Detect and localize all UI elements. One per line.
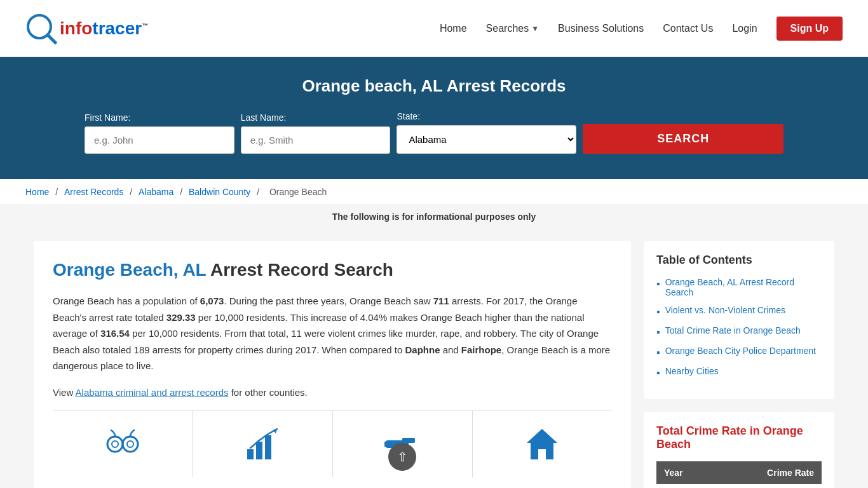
toc-list: ▪ Orange Beach, AL Arrest Record Search … [656,277,822,379]
chart-icon [242,424,283,464]
arrests-value: 711 [433,295,449,306]
state-group: State: Alabama [397,111,576,154]
breadcrumb-baldwin-county[interactable]: Baldwin County [189,187,250,197]
toc-item-4: ▪ Orange Beach City Police Department [656,346,822,358]
city2-value: Fairhope [461,344,501,355]
state-select[interactable]: Alabama [397,125,576,154]
toc-link-2[interactable]: Violent vs. Non-Violent Crimes [665,305,785,315]
icon-cell-gun: ⇧ [333,411,473,477]
crime-table-col-rate: Crime Rate [715,461,822,484]
nav-login[interactable]: Login [732,23,757,34]
nav-business-solutions[interactable]: Business Solutions [558,23,644,34]
nav-home[interactable]: Home [440,23,467,34]
breadcrumb: Home / Arrest Records / Alabama / Baldwi… [0,179,868,205]
search-button[interactable]: SEARCH [583,124,783,154]
rate2-value: 316.54 [100,328,130,339]
hero-section: Orange beach, AL Arrest Records First Na… [0,57,868,179]
crime-box-title: Total Crime Rate in Orange Beach [656,424,822,451]
svg-point-6 [127,441,133,447]
toc-box: Table of Contents ▪ Orange Beach, AL Arr… [644,241,834,399]
logo-tm: ™ [142,22,148,29]
svg-rect-17 [538,449,546,459]
main-nav: Home Searches ▼ Business Solutions Conta… [440,17,843,41]
crime-table-header-row: Year Crime Rate [656,461,822,484]
toc-link-4[interactable]: Orange Beach City Police Department [665,346,816,356]
link-paragraph: View Alabama criminal and arrest records… [53,384,612,401]
breadcrumb-sep3: / [180,187,185,197]
logo-info: info [60,18,92,38]
handcuffs-icon [102,424,143,464]
crime-table: Year Crime Rate [656,461,822,484]
toc-item-3: ▪ Total Crime Rate in Orange Beach [656,325,822,338]
house-icon [522,424,562,464]
toc-bullet-4: ▪ [656,347,660,358]
toc-link-3[interactable]: Total Crime Rate in Orange Beach [665,325,801,336]
icon-row: ⇧ [53,410,612,477]
breadcrumb-sep1: / [55,187,60,197]
breadcrumb-alabama[interactable]: Alabama [139,187,173,197]
last-name-group: Last Name: [241,112,391,154]
svg-marker-15 [527,429,557,443]
last-name-label: Last Name: [241,112,391,123]
breadcrumb-sep2: / [130,187,135,197]
hero-title: Orange beach, AL Arrest Records [25,76,843,96]
toc-bullet-5: ▪ [656,367,660,379]
logo[interactable]: infotracer™ [25,13,148,44]
toc-title: Table of Contents [656,254,822,267]
toc-link-5[interactable]: Nearby Cities [665,366,719,376]
breadcrumb-arrest-records[interactable]: Arrest Records [64,187,123,197]
crime-table-col-year: Year [656,461,715,484]
rate1-value: 329.33 [166,312,196,323]
toc-bullet-1: ▪ [656,278,660,290]
svg-point-2 [107,437,123,452]
intro-paragraph: Orange Beach has a population of 6,073. … [53,293,612,374]
svg-rect-9 [265,435,271,459]
logo-tracer: tracer [92,18,142,38]
svg-rect-7 [247,449,254,459]
toc-item-1: ▪ Orange Beach, AL Arrest Record Search [656,277,822,297]
toc-bullet-3: ▪ [656,327,660,338]
city1-value: Daphne [405,344,440,355]
toc-item-2: ▪ Violent vs. Non-Violent Crimes [656,305,822,318]
breadcrumb-sep4: / [257,187,262,197]
nav-contact-us[interactable]: Contact Us [663,23,713,34]
nav-searches[interactable]: Searches ▼ [486,23,539,34]
nav-signup[interactable]: Sign Up [776,17,843,41]
icon-cell-handcuffs [53,411,193,477]
population-value: 6,073 [200,295,224,306]
content-area: Orange Beach, AL Arrest Record Search Or… [34,241,631,488]
main-container: Orange Beach, AL Arrest Record Search Or… [21,228,847,488]
toc-link-1[interactable]: Orange Beach, AL Arrest Record Search [665,277,822,297]
site-header: infotracer™ Home Searches ▼ Business Sol… [0,0,868,57]
sidebar: Table of Contents ▪ Orange Beach, AL Arr… [644,241,834,488]
toc-item-5: ▪ Nearby Cities [656,366,822,379]
svg-rect-8 [256,442,262,459]
first-name-group: First Name: [85,112,234,154]
chevron-down-icon: ▼ [531,24,539,33]
toc-bullet-2: ▪ [656,306,660,318]
svg-point-5 [112,441,118,447]
scroll-to-top-button[interactable]: ⇧ [388,443,416,471]
alabama-records-link[interactable]: Alabama criminal and arrest records [76,387,229,398]
breadcrumb-home[interactable]: Home [25,187,49,197]
info-notice: The following is for informational purpo… [0,205,868,228]
icon-cell-house [473,411,612,477]
last-name-input[interactable] [241,126,391,154]
state-label: State: [397,111,576,121]
icon-cell-chart [193,411,332,477]
heading-city: Orange Beach, AL [53,260,210,280]
crime-box: Total Crime Rate in Orange Beach Year Cr… [644,412,834,488]
breadcrumb-orange-beach: Orange Beach [269,187,327,197]
svg-point-3 [123,437,138,452]
svg-line-1 [48,35,55,43]
first-name-input[interactable] [85,126,234,154]
svg-rect-14 [384,442,390,447]
first-name-label: First Name: [85,112,234,123]
search-form: First Name: Last Name: State: Alabama SE… [85,111,783,154]
svg-rect-12 [402,438,415,443]
page-heading: Orange Beach, AL Arrest Record Search [53,260,612,280]
